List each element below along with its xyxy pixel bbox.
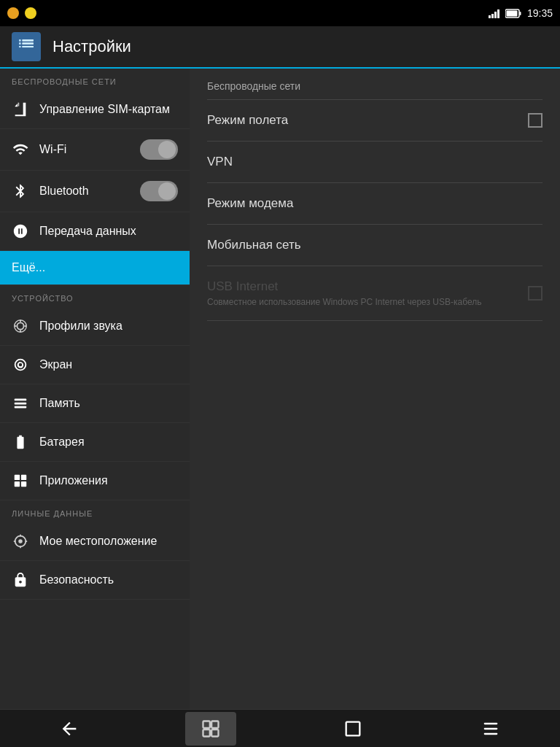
wifi-toggle[interactable] [140,139,178,160]
svg-rect-21 [21,481,26,487]
memory-icon [12,395,29,412]
svg-point-23 [18,539,23,543]
signal-icon [489,8,499,18]
svg-rect-16 [15,403,27,405]
svg-rect-2 [506,10,517,16]
bottom-nav [0,709,560,747]
svg-rect-31 [211,729,218,736]
sim-icon [12,101,29,118]
svg-rect-8 [23,46,34,47]
content-title: Беспроводные сети [190,69,560,99]
svg-rect-15 [15,399,27,401]
sound-label: Профили звука [39,320,122,333]
wifi-label: Wi-Fi [39,143,66,156]
apps-label: Приложения [39,474,108,487]
wifi-icon [12,141,29,158]
main-layout: БЕСПРОВОДНЫЕ СЕТИ Управление SIM-картам … [0,69,560,709]
recent-apps-button[interactable] [331,714,375,743]
svg-rect-17 [15,406,27,409]
usb-text-block: USB Internet Совместное использование Wi… [207,279,481,307]
sidebar: БЕСПРОВОДНЫЕ СЕТИ Управление SIM-картам … [0,69,190,709]
wifi-toggle-knob [158,141,176,158]
svg-rect-19 [21,475,26,480]
menu-button[interactable] [469,714,513,743]
location-icon [12,533,29,550]
sim-label: Управление SIM-картам [39,103,170,116]
sidebar-item-more[interactable]: Ещё... [0,251,190,285]
svg-rect-33 [484,727,498,729]
sidebar-item-location[interactable]: Мое местоположение [0,522,190,561]
battery-label: Батарея [39,436,85,449]
battery-sidebar-icon [12,433,29,451]
screen-label: Экран [39,358,72,371]
notification-dot-orange [7,7,19,19]
content-item-vpn[interactable]: VPN [190,142,560,182]
screen-icon [12,356,29,374]
vpn-label: VPN [207,155,233,169]
svg-rect-20 [15,481,20,487]
transfer-label: Передача данных [39,225,136,238]
sidebar-item-wifi[interactable]: Wi-Fi [0,129,190,171]
home-button[interactable] [185,712,236,746]
content-item-modem[interactable]: Режим модема [190,183,560,224]
sidebar-item-security[interactable]: Безопасность [0,561,190,600]
svg-rect-32 [484,722,498,724]
content-item-flight[interactable]: Режим полета [190,100,560,141]
status-bar-right: 19:35 [489,7,553,19]
sound-icon [12,317,29,335]
bluetooth-toggle-knob [158,182,176,200]
content-panel: Беспроводные сети Режим полета VPN Режим… [190,69,560,709]
sidebar-item-sound[interactable]: Профили звука [0,307,190,346]
svg-rect-28 [203,721,210,727]
sidebar-item-bluetooth[interactable]: Bluetooth [0,171,190,212]
divider-5 [207,320,542,321]
svg-rect-3 [19,39,20,41]
svg-point-9 [17,322,23,329]
section-header-device: УСТРОЙСТВО [0,285,190,307]
svg-rect-5 [19,46,20,47]
svg-rect-29 [211,721,218,727]
flight-label: Режим полета [207,113,288,128]
header-bar: Настройки [0,26,560,69]
status-bar-left [7,7,36,19]
svg-rect-1 [519,12,521,15]
bluetooth-label: Bluetooth [39,185,89,198]
security-label: Безопасность [39,573,114,587]
status-bar: 19:35 [0,0,560,26]
svg-rect-34 [484,732,498,734]
content-item-usb: USB Internet Совместное использование Wi… [190,266,560,320]
sidebar-item-apps[interactable]: Приложения [0,462,190,500]
sidebar-item-memory[interactable]: Память [0,384,190,423]
clock: 19:35 [527,7,553,19]
sidebar-item-sim[interactable]: Управление SIM-картам [0,90,190,129]
sidebar-item-battery[interactable]: Батарея [0,423,190,462]
flight-checkbox[interactable] [528,113,542,128]
bluetooth-toggle[interactable] [140,181,178,201]
location-label: Мое местоположение [39,535,157,548]
mobile-label: Мобильная сеть [207,238,301,252]
svg-rect-30 [203,729,210,736]
settings-header-icon [12,32,41,61]
usb-checkbox [528,286,542,301]
modem-label: Режим модема [207,196,293,211]
usb-label: USB Internet [207,279,481,294]
svg-rect-7 [23,43,34,44]
content-item-mobile[interactable]: Мобильная сеть [190,225,560,266]
battery-icon [505,9,521,18]
page-title: Настройки [52,37,131,56]
svg-rect-4 [19,43,20,44]
security-icon [12,571,29,589]
apps-icon [12,472,29,489]
section-header-wireless: БЕСПРОВОДНЫЕ СЕТИ [0,69,190,90]
svg-rect-18 [15,475,20,480]
more-label: Ещё... [12,261,45,274]
memory-label: Память [39,397,80,410]
back-button[interactable] [47,714,91,743]
transfer-icon [12,222,29,240]
section-header-personal: ЛИЧНЫЕ ДАННЫЕ [0,500,190,522]
sidebar-item-screen[interactable]: Экран [0,346,190,384]
svg-rect-6 [23,39,34,41]
bluetooth-icon [12,182,29,200]
usb-sublabel: Совместное использование Windows PC Inte… [207,297,481,307]
sidebar-item-transfer[interactable]: Передача данных [0,212,190,251]
